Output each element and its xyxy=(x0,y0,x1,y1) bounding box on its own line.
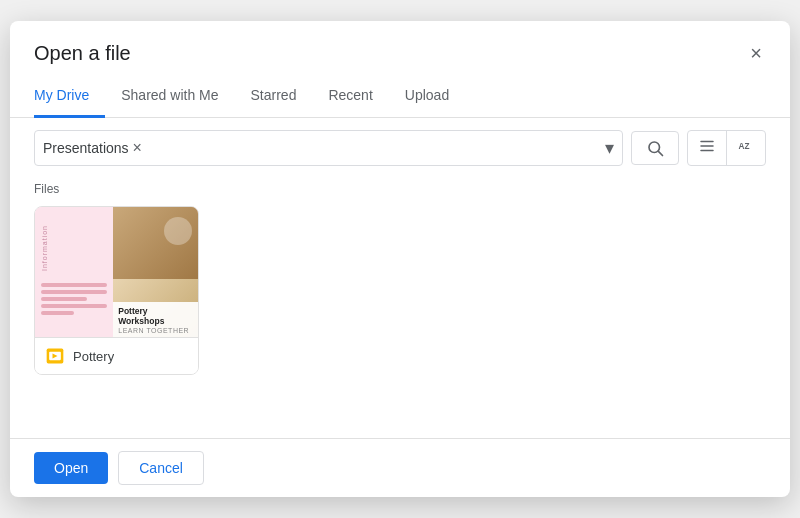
thumb-vertical-text: Information xyxy=(41,215,107,275)
toolbar: Presentations × ▾ AZ xyxy=(10,118,790,178)
dialog-header: Open a file × xyxy=(10,21,790,67)
tab-upload[interactable]: Upload xyxy=(389,75,465,118)
pottery-text-block: PotteryWorkshops LEARN TOGETHER xyxy=(113,302,198,337)
slides-icon xyxy=(45,346,65,366)
filter-tag-close[interactable]: × xyxy=(133,140,142,156)
filter-dropdown-arrow[interactable]: ▾ xyxy=(605,137,614,159)
view-buttons: AZ xyxy=(687,130,766,166)
sort-icon: AZ xyxy=(737,137,755,155)
filter-tag: Presentations × xyxy=(43,140,142,156)
tabs-bar: My Drive Shared with Me Starred Recent U… xyxy=(10,75,790,118)
cancel-button[interactable]: Cancel xyxy=(118,451,204,485)
sort-button[interactable]: AZ xyxy=(727,131,765,165)
tab-starred[interactable]: Starred xyxy=(235,75,313,118)
thumb-right-panel: PotteryWorkshops LEARN TOGETHER xyxy=(113,207,198,337)
tab-shared-with-me[interactable]: Shared with Me xyxy=(105,75,234,118)
filter-bar[interactable]: Presentations × ▾ xyxy=(34,130,623,166)
thumb-left-panel: Information xyxy=(35,207,113,337)
files-grid: Information xyxy=(34,206,766,375)
list-icon xyxy=(698,137,716,155)
dialog-title: Open a file xyxy=(34,42,131,65)
list-view-button[interactable] xyxy=(688,131,727,165)
file-card-pottery[interactable]: Information xyxy=(34,206,199,375)
filter-tag-label: Presentations xyxy=(43,140,129,156)
search-button[interactable] xyxy=(631,131,679,165)
open-file-dialog: Open a file × My Drive Shared with Me St… xyxy=(10,21,790,497)
pottery-sub: LEARN TOGETHER xyxy=(118,327,193,334)
tab-recent[interactable]: Recent xyxy=(312,75,388,118)
files-label: Files xyxy=(34,182,766,196)
svg-line-1 xyxy=(658,151,662,155)
content-area: Files Information xyxy=(10,178,790,438)
file-info: Pottery xyxy=(35,337,198,374)
search-icon xyxy=(646,139,664,157)
file-thumbnail: Information xyxy=(35,207,198,337)
tab-my-drive[interactable]: My Drive xyxy=(34,75,105,118)
open-button[interactable]: Open xyxy=(34,452,108,484)
pottery-title: PotteryWorkshops xyxy=(118,306,193,327)
file-name-pottery: Pottery xyxy=(73,349,114,364)
close-button[interactable]: × xyxy=(746,39,766,67)
svg-text:AZ: AZ xyxy=(739,142,750,151)
dialog-footer: Open Cancel xyxy=(10,438,790,497)
